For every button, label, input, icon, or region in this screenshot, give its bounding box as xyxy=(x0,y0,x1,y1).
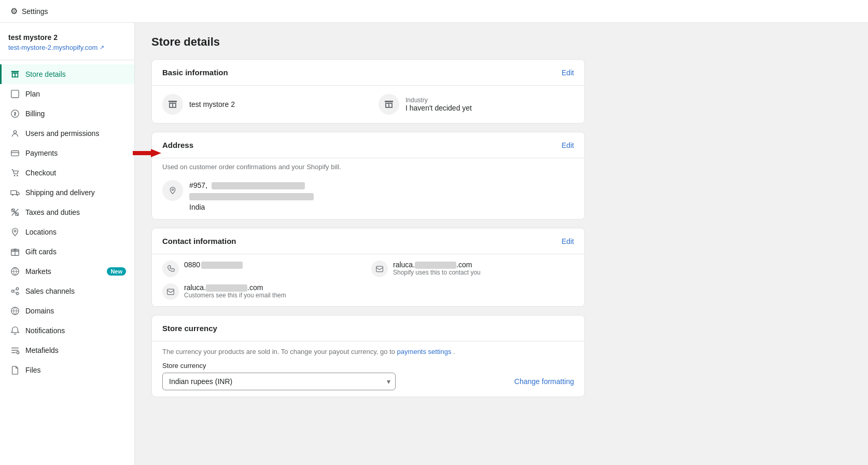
sidebar-item-shipping[interactable]: Shipping and delivery xyxy=(0,183,134,202)
sidebar-item-plan[interactable]: Plan xyxy=(0,84,134,104)
sidebar-item-label: Locations xyxy=(25,228,126,236)
sidebar-item-label: Checkout xyxy=(25,169,126,177)
currency-header: Store currency xyxy=(152,316,584,341)
svg-rect-21 xyxy=(376,266,383,271)
basic-info-title: Basic information xyxy=(162,68,228,77)
svg-point-16 xyxy=(16,288,19,290)
contact-email-customer-item: raluca..com Customers see this if you em… xyxy=(162,283,365,300)
industry-label: Industry xyxy=(405,97,472,104)
metafields-icon xyxy=(10,345,20,355)
basic-info-edit-link[interactable]: Edit xyxy=(562,69,574,77)
svg-point-8 xyxy=(17,195,18,196)
change-formatting-link[interactable]: Change formatting xyxy=(514,377,574,386)
top-bar-title: Settings xyxy=(22,7,48,16)
sales-channels-icon xyxy=(10,286,20,296)
svg-rect-3 xyxy=(11,151,19,156)
currency-description: The currency your products are sold in. … xyxy=(162,348,574,355)
sidebar-item-label: Markets xyxy=(25,267,102,276)
files-icon xyxy=(10,365,20,375)
address-line2 xyxy=(189,191,314,202)
svg-marker-4 xyxy=(133,149,161,157)
email-customer-value: raluca..com xyxy=(184,283,286,292)
currency-select-row: Indian rupees (INR) US dollars (USD) Eur… xyxy=(162,373,574,390)
email-customer-text: raluca..com Customers see this if you em… xyxy=(184,283,286,299)
sidebar-item-label: Payments xyxy=(25,149,126,157)
sidebar-item-label: Store details xyxy=(25,70,126,78)
svg-point-15 xyxy=(11,290,14,293)
payments-settings-link[interactable]: payments settings xyxy=(397,348,452,355)
address-header: Address Edit xyxy=(152,132,584,158)
sidebar-item-domains[interactable]: Domains xyxy=(0,301,134,321)
sidebar-item-label: Gift cards xyxy=(25,248,126,256)
sidebar-item-payments[interactable]: Payments xyxy=(0,143,134,163)
sidebar-item-gift-cards[interactable]: Gift cards xyxy=(0,242,134,262)
sidebar-nav: Store details Plan xyxy=(0,64,134,380)
email-shopify-icon xyxy=(371,261,388,277)
currency-title: Store currency xyxy=(162,324,217,333)
currency-body: The currency your products are sold in. … xyxy=(152,341,584,396)
svg-point-19 xyxy=(17,351,19,354)
basic-info-header: Basic information Edit xyxy=(152,60,584,86)
sidebar-item-checkout[interactable]: Checkout xyxy=(0,163,134,183)
sidebar-item-store-details[interactable]: Store details xyxy=(0,64,134,84)
address-description: Used on customer order confirmations and… xyxy=(162,163,341,171)
contact-edit-link[interactable]: Edit xyxy=(562,237,574,245)
phone-text: 0880 xyxy=(184,261,243,269)
sidebar-item-label: Billing xyxy=(25,110,126,118)
sidebar-item-notifications[interactable]: Notifications xyxy=(0,321,134,340)
sidebar-item-billing[interactable]: Billing xyxy=(0,104,134,124)
sidebar-item-metafields[interactable]: Metafields xyxy=(0,340,134,360)
store-info: test mystore 2 test-mystore-2.myshopify.… xyxy=(0,33,134,60)
svg-point-2 xyxy=(13,131,16,133)
address-line1: #957, xyxy=(189,180,314,191)
sidebar-item-users-permissions[interactable]: Users and permissions xyxy=(0,124,134,143)
email-shopify-note: Shopify uses this to contact you xyxy=(393,269,481,276)
basic-info-card: Basic information Edit test mystore 2 xyxy=(151,59,585,124)
contact-body: 0880 raluca..com xyxy=(152,254,584,306)
store-logo-icon xyxy=(162,94,183,115)
svg-point-5 xyxy=(14,175,16,176)
industry-icon xyxy=(379,94,399,115)
sidebar-item-markets[interactable]: Markets New xyxy=(0,262,134,281)
svg-point-11 xyxy=(14,230,16,232)
industry-section: Industry I haven't decided yet xyxy=(379,94,574,115)
page-title: Store details xyxy=(151,35,585,49)
address-line3: India xyxy=(189,202,314,213)
markets-icon xyxy=(10,266,20,277)
address-description-row: Used on customer order confirmations and… xyxy=(152,158,584,174)
settings-icon: ⚙ xyxy=(10,6,18,16)
external-link-icon: ↗ xyxy=(100,44,104,51)
sidebar-store-url[interactable]: test-mystore-2.myshopify.com ↗ xyxy=(8,44,126,51)
svg-rect-22 xyxy=(167,289,174,294)
email-customer-note: Customers see this if you email them xyxy=(184,292,286,299)
currency-card: Store currency The currency your product… xyxy=(151,315,585,397)
sidebar-item-locations[interactable]: Locations xyxy=(0,222,134,242)
store-name-display: test mystore 2 xyxy=(189,100,235,108)
sidebar-item-taxes[interactable]: Taxes and duties xyxy=(0,202,134,222)
contact-email-shopify-item: raluca..com Shopify uses this to contact… xyxy=(371,261,574,277)
svg-point-17 xyxy=(16,292,19,295)
currency-select-wrapper: Indian rupees (INR) US dollars (USD) Eur… xyxy=(162,373,396,390)
sidebar-item-sales-channels[interactable]: Sales channels xyxy=(0,281,134,301)
red-arrow-indicator xyxy=(133,147,161,159)
address-text: #957, India xyxy=(189,180,314,213)
contact-phone-item: 0880 xyxy=(162,261,365,277)
address-edit-link[interactable]: Edit xyxy=(562,141,574,149)
contact-title: Contact information xyxy=(162,237,236,245)
email-shopify-value: raluca..com xyxy=(393,261,481,269)
basic-info-body: test mystore 2 Industry I haven't decide… xyxy=(152,86,584,123)
sidebar-item-files[interactable]: Files xyxy=(0,360,134,380)
contact-header: Contact information Edit xyxy=(152,228,584,254)
currency-select[interactable]: Indian rupees (INR) US dollars (USD) Eur… xyxy=(162,373,396,390)
phone-icon xyxy=(162,261,179,277)
address-card: Address Edit Used on customer order conf… xyxy=(151,132,585,220)
sidebar-item-label: Notifications xyxy=(25,326,126,335)
sidebar: test mystore 2 test-mystore-2.myshopify.… xyxy=(0,23,135,465)
basic-info-row: test mystore 2 Industry I haven't decide… xyxy=(162,94,574,115)
payments-icon xyxy=(10,148,20,158)
taxes-icon xyxy=(10,207,20,217)
main-content: Store details Basic information Edit tes… xyxy=(135,23,601,465)
sidebar-item-label: Metafields xyxy=(25,346,126,354)
sidebar-store-name: test mystore 2 xyxy=(8,33,126,42)
currency-select-label: Store currency xyxy=(162,362,574,370)
